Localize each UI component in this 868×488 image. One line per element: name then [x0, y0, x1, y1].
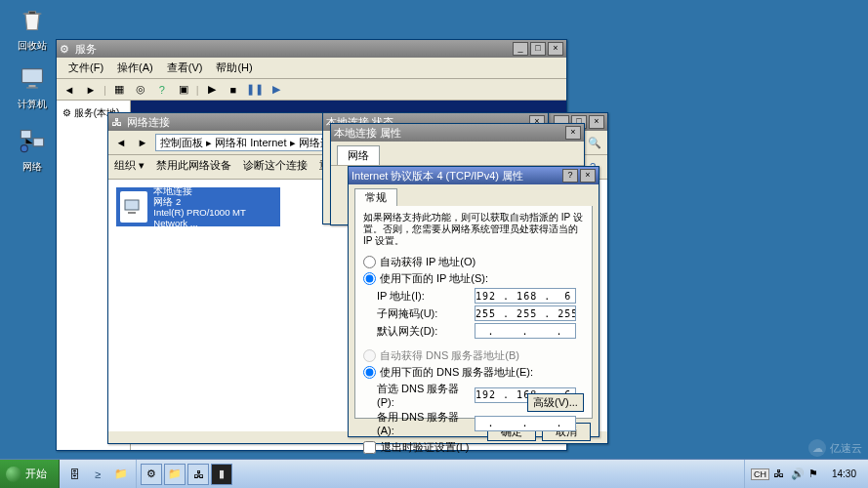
svg-rect-2 [26, 87, 38, 88]
cmd-diagnose[interactable]: 诊断这个连接 [243, 158, 308, 176]
subnet-mask-input[interactable] [475, 305, 576, 321]
desktop-icon-network[interactable]: 网络 [8, 125, 57, 174]
svg-rect-6 [125, 200, 139, 210]
ipv4-properties-dialog: Internet 协议版本 4 (TCP/IPv4) 属性 ? × 常规 如果网… [348, 166, 599, 437]
network-icon: 🖧 [111, 116, 123, 128]
watermark: ☁ 亿速云 [808, 439, 862, 457]
tab-network[interactable]: 网络 [337, 145, 380, 165]
desktop-icon-label: 计算机 [8, 98, 57, 111]
window-title: 网络连接 [127, 115, 170, 130]
help-button[interactable]: ? [153, 81, 171, 99]
validate-label: 退出时验证设置(L) [381, 440, 469, 455]
menu-help[interactable]: 帮助(H) [210, 60, 258, 76]
localprops-titlebar[interactable]: 本地连接 属性 × [331, 124, 584, 142]
quick-launch: 🗄 ≥ 📁 [60, 460, 137, 488]
back-button[interactable]: ◄ [61, 81, 78, 99]
ipv4-description: 如果网络支持此功能，则可以获取自动指派的 IP 设置。否则，您需要从网络系统管理… [363, 212, 584, 247]
task-buttons: ⚙ 📁 🖧 ▮ [137, 460, 236, 488]
desktop-icon-label: 回收站 [8, 39, 57, 53]
desktop-icon-recyclebin[interactable]: 回收站 [8, 4, 57, 53]
close-button[interactable]: × [565, 126, 581, 140]
gateway-input[interactable] [475, 323, 576, 339]
toolbar-button[interactable]: ◎ [132, 81, 149, 99]
close-button[interactable]: × [580, 169, 596, 183]
menu-action[interactable]: 操作(A) [111, 60, 159, 76]
recycle-bin-icon [17, 4, 48, 35]
advanced-button[interactable]: 高级(V)... [527, 393, 584, 412]
connection-name: 本地连接 [153, 185, 276, 196]
system-tray: CH 🖧 🔊 ⚑ 14:30 [744, 460, 868, 488]
services-menubar: 文件(F) 操作(A) 查看(V) 帮助(H) [57, 58, 566, 79]
window-title: Internet 协议版本 4 (TCP/IPv4) 属性 [351, 169, 523, 183]
ip-address-input[interactable] [475, 288, 576, 304]
back-button[interactable]: ◄ [112, 134, 130, 151]
services-toolbar: ◄ ► | ▦ ◎ ? ▣ | ▶ ■ ❚❚ ▶ [57, 79, 566, 101]
taskbar: 开始 🗄 ≥ 📁 ⚙ 📁 🖧 ▮ CH 🖧 🔊 ⚑ 14:30 [0, 459, 868, 488]
radio-manual-dns[interactable]: 使用下面的 DNS 服务器地址(E): [363, 365, 584, 380]
maximize-button[interactable]: □ [530, 42, 546, 56]
cmd-organize[interactable]: 组织 ▾ [114, 158, 145, 176]
tray-icon[interactable]: 🖧 [773, 468, 787, 481]
window-title: 本地连接 属性 [334, 126, 401, 141]
task-services[interactable]: ⚙ [141, 464, 162, 485]
connection-item-local[interactable]: 本地连接 网络 2 Intel(R) PRO/1000 MT Network .… [116, 187, 280, 226]
connection-status: 网络 2 [153, 196, 276, 207]
svg-rect-7 [128, 212, 136, 214]
ql-explorer[interactable]: 📁 [110, 464, 132, 485]
dns2-label: 备用 DNS 服务器(A): [377, 410, 475, 436]
dns1-label: 首选 DNS 服务器(P): [377, 382, 475, 408]
cloud-icon: ☁ [808, 439, 826, 457]
toolbar-button[interactable]: ▦ [110, 81, 128, 99]
language-indicator[interactable]: CH [751, 468, 769, 480]
subnet-mask-label: 子网掩码(U): [377, 306, 475, 321]
toolbar-button[interactable]: ▣ [175, 81, 192, 99]
pause-button[interactable]: ❚❚ [246, 81, 264, 99]
start-orb-icon [6, 467, 21, 482]
window-title: 服务 [75, 42, 97, 57]
forward-button[interactable]: ► [82, 81, 100, 99]
play-button[interactable]: ▶ [203, 81, 221, 99]
minimize-button[interactable]: _ [513, 42, 528, 56]
radio-auto-dns: 自动获得 DNS 服务器地址(B) [363, 348, 584, 363]
ip-address-label: IP 地址(I): [377, 289, 475, 304]
clock[interactable]: 14:30 [826, 468, 862, 479]
tray-icon[interactable]: 🔊 [791, 468, 805, 481]
forward-button[interactable]: ► [134, 134, 151, 151]
ql-server-manager[interactable]: 🗄 [63, 464, 85, 485]
menu-view[interactable]: 查看(V) [161, 60, 209, 76]
ipv4-titlebar[interactable]: Internet 协议版本 4 (TCP/IPv4) 属性 ? × [349, 167, 599, 184]
svg-rect-4 [33, 139, 43, 146]
radio-auto-ip[interactable]: 自动获得 IP 地址(O) [363, 255, 584, 269]
cmd-disable[interactable]: 禁用此网络设备 [156, 158, 231, 176]
dns2-input[interactable] [475, 416, 576, 431]
tray-icon[interactable]: ⚑ [808, 468, 822, 481]
connection-adapter: Intel(R) PRO/1000 MT Network ... [153, 207, 276, 228]
menu-file[interactable]: 文件(F) [62, 60, 109, 76]
desktop-icon-label: 网络 [8, 160, 57, 174]
tab-general[interactable]: 常规 [354, 188, 397, 206]
svg-rect-1 [29, 85, 36, 87]
svg-rect-3 [21, 131, 30, 139]
help-button[interactable]: ? [562, 169, 578, 183]
svg-point-5 [21, 145, 27, 152]
validate-checkbox[interactable] [363, 441, 376, 454]
ql-powershell[interactable]: ≥ [87, 464, 108, 485]
close-button[interactable]: × [548, 42, 563, 56]
restart-button[interactable]: ▶ [268, 81, 285, 99]
task-network[interactable]: 🖧 [187, 464, 209, 485]
desktop-icon-computer[interactable]: 计算机 [8, 62, 57, 111]
network-icon [17, 125, 48, 156]
svg-rect-0 [22, 69, 43, 83]
task-cmd[interactable]: ▮ [211, 464, 232, 485]
adapter-icon [120, 191, 147, 223]
search-button[interactable]: 🔍 [586, 134, 603, 151]
close-button[interactable]: × [589, 115, 604, 129]
gateway-label: 默认网关(D): [377, 324, 475, 339]
computer-icon [17, 62, 48, 94]
radio-manual-ip[interactable]: 使用下面的 IP 地址(S): [363, 271, 584, 286]
stop-button[interactable]: ■ [225, 81, 242, 99]
task-explorer[interactable]: 📁 [164, 464, 186, 485]
start-button[interactable]: 开始 [0, 460, 60, 489]
gear-icon: ⚙ [60, 43, 71, 55]
services-titlebar[interactable]: ⚙ 服务 _ □ × [57, 40, 566, 58]
